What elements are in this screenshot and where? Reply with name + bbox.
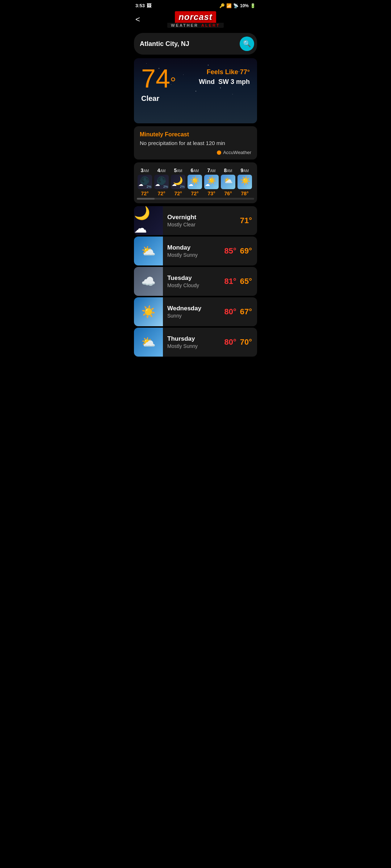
temperature-display: 74° Clear Feels Like 77° Wind SW 3 mph: [141, 65, 250, 103]
search-button[interactable]: 🔍: [240, 37, 254, 51]
daily-icon-overnight: 🌙☁: [134, 206, 163, 235]
hour-ampm-9am: AM: [243, 169, 249, 173]
daily-low-tuesday: 65°: [240, 277, 252, 286]
daily-condition-thursday: Mostly Sunny: [167, 343, 220, 349]
hourly-scroll-container[interactable]: 3AM 🌑 ☁ 2% 72° 4AM 🌑 ☁ 2% 72° 5AM: [137, 167, 254, 196]
daily-condition-overnight: Mostly Clear: [167, 222, 236, 227]
battery-text: 10%: [240, 3, 249, 8]
daily-temps-thursday: 80° 70°: [224, 337, 257, 347]
daily-item-overnight: 🌙☁ Overnight Mostly Clear 71°: [134, 206, 257, 235]
temp-unit: °: [170, 75, 176, 90]
hourly-item-6am: 6AM ☀️ ☁ 1% 72°: [187, 167, 203, 196]
status-icons-area: 🔑 📶 📡 10% 🔋: [219, 3, 256, 8]
daily-icon-monday: ⛅: [134, 237, 163, 265]
hour-temp-8am: 76°: [224, 191, 232, 196]
daily-condition-tuesday: Mostly Cloudy: [167, 282, 220, 288]
logo-norcast-text: norcast: [175, 11, 216, 23]
app-logo: norcast WEATHER ALERT: [167, 11, 223, 28]
accuweather-dot-icon: [217, 150, 221, 155]
photo-icon: 🖼: [147, 3, 151, 8]
location-display: Atlantic City, NJ: [140, 40, 240, 48]
minutely-forecast-card: Minutely Forecast No precipitation for a…: [134, 126, 257, 159]
daily-icon-tuesday: ☁️: [134, 267, 163, 296]
wifi-icon: 📶: [226, 3, 232, 8]
main-temperature: 74° Clear: [141, 65, 176, 103]
daily-info-thursday: Thursday Mostly Sunny: [167, 335, 220, 349]
hour-icon-9am: ☀️ 1%: [237, 175, 252, 189]
hourly-item-9am: 9AM ☀️ 1% 78°: [237, 167, 253, 196]
weather-condition: Clear: [141, 94, 176, 103]
hour-ampm-4am: AM: [160, 169, 165, 173]
hourly-scroll-track: [137, 198, 254, 200]
daily-low-thursday: 70°: [240, 337, 252, 347]
hourly-forecast-section: 3AM 🌑 ☁ 2% 72° 4AM 🌑 ☁ 2% 72° 5AM: [134, 162, 257, 203]
daily-icon-wednesday: ☀️: [134, 297, 163, 326]
hour-temp-6am: 72°: [191, 191, 198, 196]
hourly-scroll-indicator: [137, 198, 155, 200]
back-button[interactable]: <: [135, 15, 140, 24]
hour-icon-4am: 🌑 ☁ 2%: [154, 175, 169, 189]
key-icon: 🔑: [219, 3, 225, 8]
daily-day-thursday: Thursday: [167, 335, 220, 342]
status-time-area: 3:53 🖼: [135, 3, 151, 8]
daily-item-monday: ⛅ Monday Mostly Sunny 85° 69°: [134, 237, 257, 265]
daily-low-monday: 69°: [240, 246, 252, 256]
daily-condition-monday: Mostly Sunny: [167, 252, 220, 258]
daily-info-overnight: Overnight Mostly Clear: [167, 214, 236, 227]
hour-icon-5am: 🌙 ☁ 2%: [171, 175, 185, 189]
daily-high-monday: 85°: [224, 246, 236, 256]
daily-info-tuesday: Tuesday Mostly Cloudy: [167, 275, 220, 288]
daily-day-monday: Monday: [167, 244, 220, 251]
hour-icon-6am: ☀️ ☁ 1%: [188, 175, 202, 189]
feels-like-value: 77°: [240, 68, 250, 76]
hour-icon-7am: ☀️ ☁ 1%: [204, 175, 219, 189]
daily-high-thursday: 80°: [224, 337, 236, 347]
daily-low-wednesday: 67°: [240, 307, 252, 316]
battery-icon: 🔋: [250, 3, 256, 8]
wind-display: Wind SW 3 mph: [199, 78, 250, 86]
hourly-item-3am: 3AM 🌑 ☁ 2% 72°: [137, 167, 153, 196]
daily-info-wednesday: Wednesday Sunny: [167, 305, 220, 319]
daily-info-monday: Monday Mostly Sunny: [167, 244, 220, 258]
daily-day-tuesday: Tuesday: [167, 275, 220, 282]
accuweather-label: AccuWeather: [223, 150, 251, 155]
hour-ampm-7am: AM: [210, 169, 215, 173]
wind-label: Wind: [199, 78, 215, 85]
search-bar[interactable]: Atlantic City, NJ 🔍: [134, 33, 257, 55]
hour-ampm-3am: AM: [143, 169, 149, 173]
hour-temp-5am: 72°: [174, 191, 182, 196]
daily-day-overnight: Overnight: [167, 214, 236, 221]
daily-day-wednesday: Wednesday: [167, 305, 220, 312]
feels-like-display: Feels Like 77°: [199, 68, 250, 76]
hourly-item-4am: 4AM 🌑 ☁ 2% 72°: [154, 167, 169, 196]
accuweather-attribution: AccuWeather: [140, 150, 251, 155]
daily-temps-wednesday: 80° 67°: [224, 307, 257, 316]
wind-value: SW 3 mph: [218, 78, 250, 85]
weather-hero: 74° Clear Feels Like 77° Wind SW 3 mph: [134, 58, 257, 123]
hour-temp-9am: 78°: [241, 191, 248, 196]
hourly-item-7am: 7AM ☀️ ☁ 1% 73°: [203, 167, 219, 196]
daily-temps-monday: 85° 69°: [224, 246, 257, 256]
daily-temps-tuesday: 81° 65°: [224, 277, 257, 286]
hourly-item-8am: 8AM ⛅ 1% 76°: [220, 167, 236, 196]
daily-low-overnight: 71°: [240, 216, 252, 225]
search-icon: 🔍: [243, 40, 251, 48]
hour-temp-7am: 73°: [207, 191, 215, 196]
hour-ampm-8am: AM: [227, 169, 232, 173]
hour-icon-8am: ⛅ 1%: [221, 175, 235, 189]
logo-alert-text: ALERT: [201, 23, 220, 27]
hour-ampm-5am: AM: [177, 169, 182, 173]
hour-temp-4am: 72°: [157, 191, 165, 196]
daily-item-thursday: ⛅ Thursday Mostly Sunny 80° 70°: [134, 328, 257, 357]
daily-high-wednesday: 80°: [224, 307, 236, 316]
app-header: < norcast WEATHER ALERT: [130, 10, 261, 31]
hour-temp-3am: 72°: [141, 191, 148, 196]
temp-value: 74: [141, 64, 170, 93]
hourly-item-5am: 5AM 🌙 ☁ 2% 72°: [170, 167, 186, 196]
hour-ampm-6am: AM: [193, 169, 199, 173]
daily-high-tuesday: 81°: [224, 277, 236, 286]
daily-item-tuesday: ☁️ Tuesday Mostly Cloudy 81° 65°: [134, 267, 257, 296]
daily-condition-wednesday: Sunny: [167, 313, 220, 319]
feels-like-label: Feels Like: [207, 68, 238, 76]
minutely-forecast-description: No precipitation for at least 120 min: [140, 140, 251, 146]
